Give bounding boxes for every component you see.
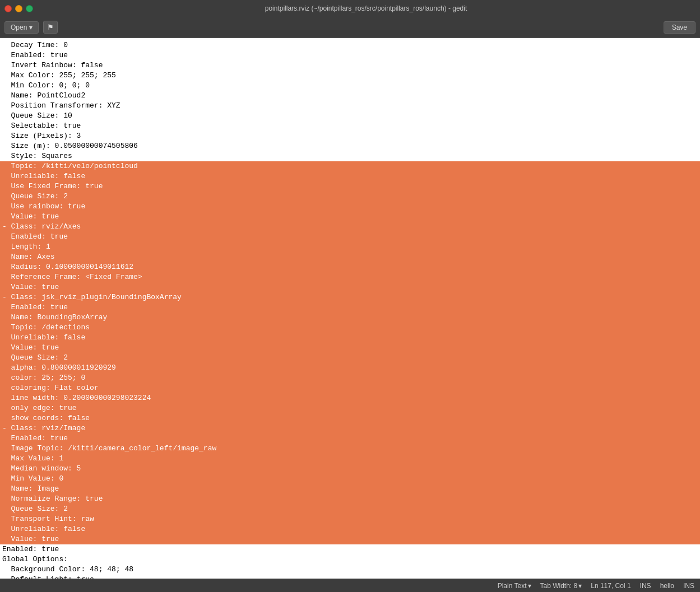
- list-item: Name: Axes: [0, 252, 700, 262]
- table-row: only edge: true: [0, 403, 700, 413]
- table-row: Name: Image: [0, 484, 700, 494]
- window-title: pointpillars.rviz (~/pointpillars_ros/sr…: [36, 4, 696, 12]
- hello-mode: hello: [660, 582, 674, 590]
- list-item: Max Color: 255; 255; 255: [0, 71, 116, 81]
- table-row: Enabled: true: [0, 50, 700, 60]
- list-item: Value: true: [0, 212, 700, 222]
- list-item: Max Value: 1: [0, 454, 700, 464]
- table-row: Image Topic: /kitti/camera_color_left/im…: [0, 444, 700, 454]
- table-row: Enabled: true: [0, 544, 700, 554]
- table-row: Enabled: true: [0, 232, 700, 242]
- table-row: Default Light: true: [0, 575, 700, 579]
- ins-label: INS: [640, 582, 651, 590]
- table-row: Topic: /detections: [0, 323, 700, 333]
- table-row: Min Color: 0; 0; 0: [0, 81, 700, 91]
- save-button[interactable]: Save: [664, 21, 696, 34]
- list-item: - Class: rviz/Image: [0, 423, 700, 433]
- ins2-label: INS: [683, 582, 694, 590]
- table-row: coloring: Flat color: [0, 383, 700, 393]
- list-item: Enabled: true: [0, 544, 59, 554]
- minimize-button[interactable]: [15, 5, 22, 12]
- tab-width-status[interactable]: Tab Width: 8 ▾: [540, 582, 582, 590]
- close-button[interactable]: [4, 5, 12, 12]
- tab-width-chevron: ▾: [578, 582, 582, 590]
- table-row: Topic: /kitti/velo/pointcloud: [0, 161, 700, 171]
- list-item: Queue Size: 2: [0, 504, 700, 514]
- table-row: Enabled: true: [0, 433, 700, 444]
- list-item: Length: 1: [0, 242, 700, 252]
- list-item: Enabled: true: [0, 50, 68, 60]
- list-item: - Class: rviz/Axes: [0, 222, 700, 232]
- table-row: Value: true: [0, 343, 700, 353]
- table-row: Unreliable: false: [0, 171, 700, 181]
- titlebar: pointpillars.rviz (~/pointpillars_ros/sr…: [0, 0, 700, 17]
- table-row: Decay Time: 0: [0, 40, 700, 50]
- table-row: Background Color: 48; 48; 48: [0, 565, 700, 575]
- list-item: Use Fixed Frame: true: [0, 181, 700, 192]
- table-row: Value: true: [0, 212, 700, 222]
- table-row: Use rainbow: true: [0, 202, 700, 212]
- list-item: Value: true: [0, 343, 700, 353]
- table-row: line width: 0.200000000298023224: [0, 393, 700, 403]
- list-item: show coords: false: [0, 413, 700, 423]
- list-item: Value: true: [0, 282, 700, 292]
- toolbar: Open ▾ ⚑ Save: [0, 17, 700, 38]
- list-item: Enabled: true: [0, 232, 700, 242]
- table-row: Unreliable: false: [0, 333, 700, 343]
- table-row: Queue Size: 10: [0, 111, 700, 121]
- list-item: Min Color: 0; 0; 0: [0, 81, 90, 91]
- table-row: Normalize Range: true: [0, 494, 700, 504]
- table-row: Queue Size: 2: [0, 504, 700, 514]
- list-item: Default Light: true: [0, 575, 94, 579]
- ins2-mode: INS: [683, 582, 694, 590]
- table-row: Queue Size: 2: [0, 192, 700, 202]
- table-row: Value: true: [0, 282, 700, 292]
- table-row: Min Value: 0: [0, 474, 700, 484]
- list-item: Normalize Range: true: [0, 494, 700, 504]
- list-item: line width: 0.200000000298023224: [0, 393, 700, 403]
- list-item: Image Topic: /kitti/camera_color_left/im…: [0, 444, 700, 454]
- list-item: Style: Squares: [0, 151, 72, 161]
- list-item: Radius: 0.100000000149011612: [0, 262, 700, 272]
- table-row: show coords: false: [0, 413, 700, 423]
- table-row: Enabled: true: [0, 302, 700, 313]
- tab-width-label: Tab Width: 8: [540, 582, 578, 590]
- table-row: Max Value: 1: [0, 454, 700, 464]
- table-row: Transport Hint: raw: [0, 514, 700, 524]
- list-item: Use rainbow: true: [0, 202, 700, 212]
- ins-mode: INS: [640, 582, 651, 590]
- open-button[interactable]: Open ▾: [4, 21, 39, 34]
- list-item: Size (m): 0.05000000074505806: [0, 141, 138, 151]
- table-row: Global Options:: [0, 554, 700, 565]
- table-row: Reference Frame: <Fixed Frame>: [0, 272, 700, 282]
- list-item: Size (Pixels): 3: [0, 131, 81, 141]
- table-row: Max Color: 255; 255; 255: [0, 71, 700, 81]
- list-item: Enabled: true: [0, 302, 700, 313]
- bookmark-icon: ⚑: [47, 23, 54, 31]
- editor-content[interactable]: Decay Time: 0 Enabled: true Invert Rainb…: [0, 38, 700, 579]
- list-item: Decay Time: 0: [0, 40, 68, 50]
- list-item: Global Options:: [0, 554, 68, 565]
- plain-text-status[interactable]: Plain Text ▾: [498, 582, 531, 590]
- table-row: Name: PointCloud2: [0, 91, 700, 101]
- list-item: Queue Size: 2: [0, 353, 700, 363]
- table-row: Invert Rainbow: false: [0, 60, 700, 71]
- list-item: Unreliable: false: [0, 171, 700, 181]
- list-item: Topic: /detections: [0, 323, 700, 333]
- list-item: Reference Frame: <Fixed Frame>: [0, 272, 700, 282]
- list-item: - Class: jsk_rviz_plugin/BoundingBoxArra…: [0, 292, 700, 302]
- list-item: Min Value: 0: [0, 474, 700, 484]
- list-item: Selectable: true: [0, 121, 81, 131]
- table-row: Size (Pixels): 3: [0, 131, 700, 141]
- list-item: Median window: 5: [0, 464, 700, 474]
- maximize-button[interactable]: [26, 5, 33, 12]
- statusbar: Plain Text ▾ Tab Width: 8 ▾ Ln 117, Col …: [0, 579, 700, 592]
- list-item: color: 25; 255; 0: [0, 373, 700, 383]
- table-row: Value: true: [0, 534, 700, 544]
- table-row: Style: Squares: [0, 151, 700, 161]
- list-item: Name: PointCloud2: [0, 91, 85, 101]
- plain-text-label: Plain Text: [498, 582, 527, 590]
- table-row: Median window: 5: [0, 464, 700, 474]
- table-row: Use Fixed Frame: true: [0, 181, 700, 192]
- bookmark-button[interactable]: ⚑: [43, 21, 58, 34]
